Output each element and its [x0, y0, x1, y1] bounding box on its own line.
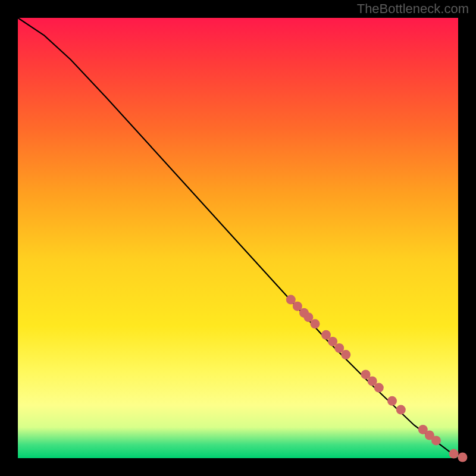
- plot-area: [18, 18, 458, 458]
- data-marker: [341, 350, 350, 359]
- curve-line: [18, 18, 458, 458]
- data-marker: [311, 319, 320, 328]
- data-marker: [431, 436, 441, 445]
- data-marker: [374, 383, 384, 393]
- chart-svg: [18, 18, 458, 458]
- watermark-text: TheBottleneck.com: [357, 1, 469, 17]
- data-marker: [449, 449, 459, 459]
- data-marker: [396, 405, 406, 415]
- data-marker: [458, 453, 467, 462]
- marker-group: [286, 295, 468, 462]
- data-marker: [387, 396, 397, 406]
